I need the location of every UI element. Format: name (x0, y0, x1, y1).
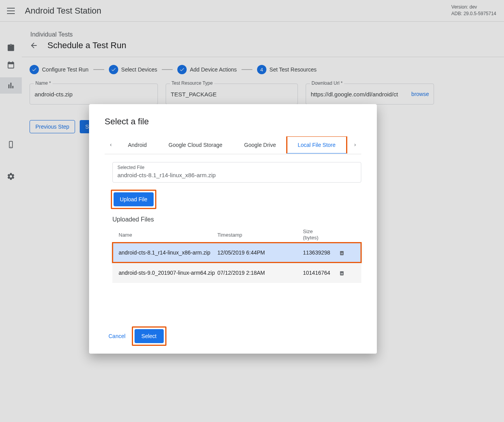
tab-scroll-right-icon[interactable] (349, 136, 361, 154)
dialog-title: Select a file (97, 117, 369, 127)
delete-icon[interactable] (338, 269, 345, 276)
select-file-dialog: Select a file Android Google Cloud Stora… (89, 104, 377, 354)
col-size: Size (bytes) (303, 228, 334, 241)
file-row[interactable]: android-cts-8.1_r14-linux_x86-arm.zip 12… (112, 242, 361, 263)
file-row[interactable]: android-sts-9.0_201907-linux-arm64.zip 0… (112, 263, 361, 283)
uploaded-files-table: Name Timestamp Size (bytes) android-cts-… (112, 227, 361, 283)
upload-file-button[interactable]: Upload File (114, 192, 154, 206)
tab-scroll-left-icon[interactable] (105, 136, 117, 154)
upload-highlight: Upload File (111, 190, 156, 209)
tab-android[interactable]: Android (117, 136, 158, 153)
uploaded-files-heading: Uploaded Files (112, 216, 369, 223)
tab-gcs[interactable]: Google Cloud Storage (158, 136, 233, 153)
tab-drive[interactable]: Google Drive (233, 136, 287, 153)
selected-file-field[interactable]: Selected File android-cts-8.1_r14-linux_… (112, 162, 361, 183)
select-button[interactable]: Select (135, 329, 164, 343)
cancel-button[interactable]: Cancel (108, 333, 126, 339)
delete-icon[interactable] (338, 249, 345, 256)
tab-local-file-store[interactable]: Local File Store (287, 136, 346, 153)
select-highlight: Select (132, 326, 166, 346)
col-name: Name (112, 232, 217, 238)
col-timestamp: Timestamp (217, 232, 303, 238)
